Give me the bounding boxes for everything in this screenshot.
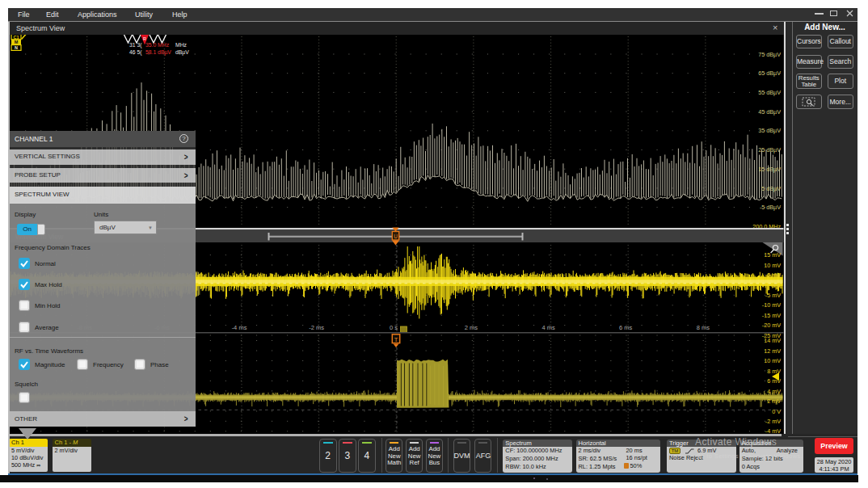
svg-text:-5 mV: -5 mV [765,292,781,299]
svg-text:2 mV: 2 mV [767,398,781,405]
svg-text:N: N [15,45,18,50]
svg-text:-4 ms: -4 ms [232,324,247,331]
svg-text:35.0 MHz: 35.0 MHz [145,42,170,48]
svg-text:-5 dBµV: -5 dBµV [760,204,781,211]
svg-text:4 ms: 4 ms [541,324,555,331]
svg-text:31 3(: 31 3( [129,42,142,48]
svg-text:-15 mV: -15 mV [762,312,781,319]
svg-text:45 dBµV: 45 dBµV [758,108,781,116]
svg-text:2 ms: 2 ms [465,324,478,331]
svg-text:0 s: 0 s [390,324,398,331]
svg-text:12 mV: 12 mV [764,347,781,355]
svg-text:0 V: 0 V [772,282,781,289]
svg-text:65 dBµV: 65 dBµV [758,69,781,77]
svg-text:-10 mV: -10 mV [762,301,781,309]
svg-text:58.1 dBµV: 58.1 dBµV [145,49,171,56]
svg-text:5 dBµV: 5 dBµV [761,185,781,192]
svg-text:25 dBµV: 25 dBµV [758,146,781,154]
svg-text:dBµV: dBµV [175,49,189,56]
svg-text:55 dBµV: 55 dBµV [758,89,781,96]
svg-text:-20 mV: -20 mV [762,322,781,329]
svg-text:U: U [394,233,398,239]
svg-text:4 mV: 4 mV [767,388,781,395]
svg-text:46 5(: 46 5( [129,49,142,56]
svg-text:MHz: MHz [175,42,188,48]
svg-text:M: M [15,40,19,44]
svg-text:15 mV: 15 mV [764,251,781,259]
svg-text:14 mV: 14 mV [764,337,781,344]
svg-text:35 dBµV: 35 dBµV [758,127,781,134]
svg-text:10 mV: 10 mV [764,357,781,364]
svg-text:8 ms: 8 ms [697,324,710,331]
svg-text:10 mV: 10 mV [764,262,781,269]
svg-text:C1: C1 [13,35,19,40]
svg-text:75 dBµV: 75 dBµV [758,51,781,58]
svg-text:15 dBµV: 15 dBµV [758,166,781,173]
svg-text:5 mV: 5 mV [767,271,781,279]
svg-text:-2 ms: -2 ms [309,324,324,331]
svg-text:0 V: 0 V [772,408,781,415]
svg-text:-2 mV: -2 mV [765,418,781,425]
svg-text:R: R [143,36,146,41]
svg-text:-4 mV: -4 mV [765,427,781,434]
svg-text:T: T [394,336,398,343]
svg-text:6 ms: 6 ms [619,324,633,331]
